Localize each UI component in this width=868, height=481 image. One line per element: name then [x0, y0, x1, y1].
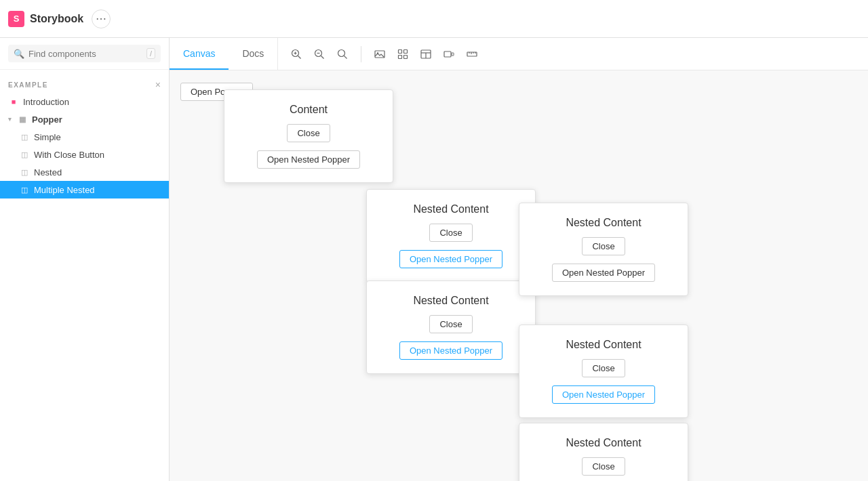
zoom-in-icon[interactable]	[286, 44, 307, 64]
measure-icon[interactable]	[462, 44, 482, 64]
main-layout: 🔍 / EXAMPLE × ■ Introduction ▾ ▦ Popper	[0, 38, 868, 481]
popper-group-icon: ▦	[17, 114, 28, 125]
storybook-logo-icon: S	[8, 11, 24, 27]
sidebar-item-introduction[interactable]: ■ Introduction	[0, 93, 169, 110]
introduction-label: Introduction	[23, 97, 69, 107]
toolbar: Canvas Docs	[170, 38, 868, 70]
toolbar-icons	[278, 44, 490, 64]
sidebar-item-simple[interactable]: ◫ Simple	[0, 128, 169, 146]
popper-2-content: Nested Content	[413, 203, 488, 215]
svg-line-5	[321, 56, 324, 58]
zoom-out-icon[interactable]	[309, 44, 330, 64]
layout-icon[interactable]	[416, 44, 436, 64]
svg-point-7	[338, 49, 345, 56]
popper-3-content: Nested Content	[413, 295, 488, 307]
nested-label: Nested	[34, 167, 62, 177]
svg-line-8	[344, 56, 347, 58]
popper-5-content: Nested Content	[566, 339, 641, 351]
search-input-wrap[interactable]: 🔍 /	[8, 45, 161, 62]
sidebar-content: EXAMPLE × ■ Introduction ▾ ▦ Popper ◫ Si…	[0, 70, 169, 481]
svg-rect-12	[404, 49, 408, 53]
popper-1-nested-button[interactable]: Open Nested Popper	[257, 150, 360, 169]
popper-card-4: Nested Content Close Open Nested Popper	[519, 203, 688, 296]
popper-4-content: Nested Content	[566, 217, 641, 229]
search-icon: 🔍	[14, 49, 24, 59]
with-close-button-label: With Close Button	[34, 150, 104, 160]
zoom-reset-icon[interactable]	[332, 44, 353, 64]
tab-bar: Canvas Docs	[170, 38, 278, 70]
sidebar-item-multiple-nested[interactable]: ◫ Multiple Nested	[0, 181, 169, 198]
popper-6-content: Nested Content	[566, 437, 641, 449]
tab-canvas[interactable]: Canvas	[170, 38, 229, 70]
nested-icon: ◫	[19, 167, 30, 177]
popper-4-nested-button[interactable]: Open Nested Popper	[552, 264, 655, 282]
topbar-logo: S Storybook	[8, 11, 83, 27]
multiple-nested-label: Multiple Nested	[34, 185, 95, 195]
with-close-button-icon: ◫	[19, 149, 30, 160]
grid-icon[interactable]	[393, 44, 413, 64]
popper-card-6: Nested Content Close Open Nested Popper	[519, 423, 688, 481]
image-icon[interactable]	[370, 44, 390, 64]
popper-group-label: Popper	[32, 114, 62, 125]
popper-5-nested-button[interactable]: Open Nested Popper	[552, 385, 655, 404]
popper-1-close-button[interactable]: Close	[287, 124, 330, 142]
popper-card-3: Nested Content Close Open Nested Popper	[366, 280, 536, 374]
popper-card-5: Nested Content Close Open Nested Popper	[519, 325, 688, 418]
topbar-title: Storybook	[30, 13, 83, 25]
search-input[interactable]	[28, 49, 142, 59]
popper-3-close-button[interactable]: Close	[429, 315, 472, 333]
sidebar: 🔍 / EXAMPLE × ■ Introduction ▾ ▦ Popper	[0, 38, 170, 481]
section-close-button[interactable]: ×	[155, 79, 161, 90]
introduction-icon: ■	[8, 96, 19, 107]
topbar: S Storybook ⋯	[0, 0, 868, 38]
search-shortcut: /	[146, 48, 155, 59]
sidebar-item-popper[interactable]: ▾ ▦ Popper	[0, 110, 169, 128]
popper-5-close-button[interactable]: Close	[582, 359, 625, 377]
sidebar-group-popper: ▾ ▦ Popper ◫ Simple ◫ With Close Button …	[0, 110, 169, 198]
breakpoint-icon[interactable]	[439, 44, 459, 64]
svg-rect-13	[399, 55, 402, 58]
simple-icon: ◫	[19, 131, 30, 142]
toolbar-divider-1	[361, 46, 361, 62]
sidebar-item-nested[interactable]: ◫ Nested	[0, 163, 169, 181]
svg-rect-14	[404, 55, 408, 58]
popper-2-close-button[interactable]: Close	[429, 224, 472, 242]
popper-6-close-button[interactable]: Close	[582, 457, 625, 476]
svg-line-1	[298, 56, 301, 58]
right-panel: Canvas Docs	[170, 38, 868, 481]
svg-rect-11	[399, 49, 402, 53]
popper-card-1: Content Close Open Nested Popper	[224, 89, 393, 183]
sidebar-item-with-close-button[interactable]: ◫ With Close Button	[0, 146, 169, 163]
popper-card-2: Nested Content Close Open Nested Popper	[366, 189, 536, 283]
simple-label: Simple	[34, 132, 61, 142]
popper-2-nested-button[interactable]: Open Nested Popper	[399, 250, 502, 268]
svg-rect-18	[444, 51, 451, 57]
topbar-more-button[interactable]: ⋯	[92, 9, 111, 28]
popper-3-nested-button[interactable]: Open Nested Popper	[399, 341, 502, 360]
multiple-nested-icon: ◫	[19, 184, 30, 195]
canvas-area: Open Popper Content Close Open Nested Po…	[170, 70, 868, 481]
search-bar: 🔍 /	[0, 38, 169, 70]
section-label: EXAMPLE	[8, 81, 48, 89]
chevron-down-icon: ▾	[8, 116, 12, 123]
section-header: EXAMPLE ×	[0, 75, 169, 93]
popper-4-close-button[interactable]: Close	[582, 237, 625, 255]
svg-rect-19	[452, 53, 454, 56]
popper-1-content: Content	[290, 104, 328, 116]
tab-docs[interactable]: Docs	[229, 38, 277, 70]
